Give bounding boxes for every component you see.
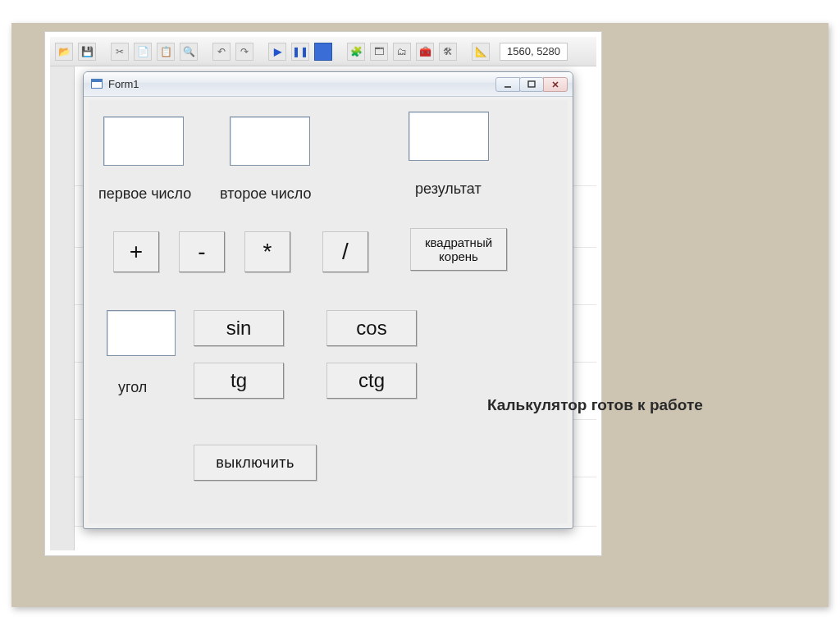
second-number-label: второе число bbox=[220, 185, 311, 203]
tool-copy-icon[interactable]: 📄 bbox=[134, 43, 152, 61]
tool-open-icon[interactable]: 📂 bbox=[55, 43, 73, 61]
ide-toolbar: 📂 💾 ✂ 📄 📋 🔍 ↶ ↷ ▶ ❚❚ 🧩 🗔 🗂 🧰 🛠 📐 1560, 5… bbox=[50, 37, 596, 66]
divide-button[interactable]: / bbox=[322, 231, 368, 272]
angle-label: угол bbox=[118, 379, 147, 396]
tool-settings-icon[interactable]: 🛠 bbox=[439, 43, 457, 61]
close-button[interactable] bbox=[543, 77, 568, 92]
tool-cut-icon[interactable]: ✂ bbox=[111, 43, 129, 61]
maximize-button[interactable] bbox=[519, 77, 544, 92]
minus-button[interactable]: - bbox=[179, 231, 225, 272]
slide-caption: Калькулятор готов к работе bbox=[487, 396, 703, 414]
angle-input[interactable] bbox=[107, 310, 176, 356]
tool-stop-icon[interactable] bbox=[314, 43, 332, 61]
cursor-coordinates: 1560, 5280 bbox=[500, 43, 568, 61]
off-button[interactable]: выключить bbox=[194, 445, 317, 481]
tool-redo-icon[interactable]: ↷ bbox=[235, 43, 253, 61]
tool-components-icon[interactable]: 🧩 bbox=[347, 43, 365, 61]
sqrt-button[interactable]: квадратный корень bbox=[410, 228, 507, 271]
window-title: Form1 bbox=[108, 78, 139, 90]
tool-project-icon[interactable]: 🗂 bbox=[393, 43, 411, 61]
first-number-input[interactable] bbox=[103, 116, 184, 166]
ide-left-toolbox bbox=[50, 66, 75, 550]
tool-find-icon[interactable]: 🔍 bbox=[180, 43, 198, 61]
window-buttons bbox=[496, 77, 568, 92]
ide-screenshot: 📂 💾 ✂ 📄 📋 🔍 ↶ ↷ ▶ ❚❚ 🧩 🗔 🗂 🧰 🛠 📐 1560, 5… bbox=[44, 31, 602, 556]
tool-save-icon[interactable]: 💾 bbox=[78, 43, 96, 61]
ctg-button[interactable]: ctg bbox=[326, 363, 417, 399]
cos-button[interactable]: cos bbox=[326, 310, 417, 346]
form-icon bbox=[90, 78, 103, 91]
tool-forms-icon[interactable]: 🗔 bbox=[370, 43, 388, 61]
plus-button[interactable]: + bbox=[113, 231, 159, 272]
tool-ruler-icon[interactable]: 📐 bbox=[472, 43, 490, 61]
second-number-input[interactable] bbox=[230, 116, 310, 166]
sin-button[interactable]: sin bbox=[194, 310, 284, 346]
titlebar[interactable]: Form1 bbox=[84, 72, 573, 97]
result-label: результат bbox=[415, 180, 482, 198]
tool-run-icon[interactable]: ▶ bbox=[268, 43, 286, 61]
form-client-area: первое число второе число результат + - … bbox=[89, 100, 568, 523]
tool-undo-icon[interactable]: ↶ bbox=[212, 43, 231, 61]
result-input[interactable] bbox=[409, 112, 489, 161]
tool-paste-icon[interactable]: 📋 bbox=[157, 43, 175, 61]
minimize-button[interactable] bbox=[495, 77, 520, 92]
tool-pause-icon[interactable]: ❚❚ bbox=[291, 43, 309, 61]
tool-toolbox-icon[interactable]: 🧰 bbox=[416, 43, 434, 61]
svg-rect-1 bbox=[528, 81, 535, 87]
multiply-button[interactable]: * bbox=[244, 231, 290, 272]
form-window: Form1 пе bbox=[83, 71, 573, 529]
first-number-label: первое число bbox=[98, 185, 191, 203]
slide-background: 📂 💾 ✂ 📄 📋 🔍 ↶ ↷ ▶ ❚❚ 🧩 🗔 🗂 🧰 🛠 📐 1560, 5… bbox=[11, 23, 829, 607]
tg-button[interactable]: tg bbox=[194, 363, 284, 399]
